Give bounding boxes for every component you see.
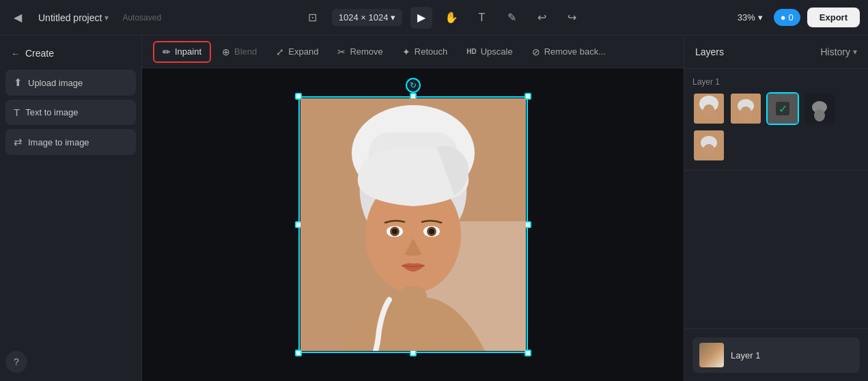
topbar-right: 33% ▾ ● 0 Export (723, 8, 860, 27)
layers-section: Layer 1 ✓ (684, 69, 868, 171)
image-to-image-button[interactable]: ⇄ Image to image (5, 129, 136, 155)
sidebar-spacer (684, 171, 868, 328)
text-to-image-label: Text to image (25, 107, 78, 117)
inpaint-label: Inpaint (175, 46, 201, 57)
remove-icon: ✂ (337, 46, 346, 57)
pen-icon: ✎ (507, 11, 516, 24)
canvas-size-button[interactable]: 1024 × 1024 ▾ (332, 9, 403, 26)
blend-button[interactable]: ⊕ Blend (214, 42, 265, 61)
left-sidebar: ← Create ⬆ Upload image T Text to image … (0, 36, 142, 381)
project-chevron-icon: ▾ (104, 13, 109, 23)
inpaint-button[interactable]: ✏ Inpaint (153, 41, 211, 63)
text-tool-button[interactable]: T (471, 7, 492, 29)
svg-point-31 (814, 109, 825, 122)
help-icon: ? (14, 356, 19, 367)
rotate-handle[interactable]: ↻ (406, 78, 421, 93)
retouch-icon: ✦ (402, 46, 410, 57)
pen-tool-button[interactable]: ✎ (501, 7, 522, 29)
upload-icon: ⬆ (14, 76, 23, 89)
credits-icon: ● (781, 12, 786, 23)
canvas-wrapper[interactable]: ↻ (142, 68, 684, 381)
credits-count: 0 (789, 12, 794, 23)
layer-thumb-4[interactable] (803, 92, 836, 125)
img2img-label: Image to image (28, 137, 89, 147)
remove-bg-button[interactable]: ⊘ Remove back... (524, 42, 614, 61)
play-button[interactable]: ▶ (410, 7, 432, 29)
text-icon: T (478, 12, 485, 24)
redo-icon: ↪ (568, 11, 576, 24)
upscale-icon: HD (466, 48, 476, 55)
canvas-size-chevron-icon: ▾ (391, 12, 395, 23)
layer-thumb-3[interactable]: ✓ (766, 92, 799, 125)
upload-label: Upload image (28, 78, 83, 88)
project-name-button[interactable]: Untitled project ▾ (33, 10, 114, 26)
layer-row-thumb (699, 343, 724, 367)
removebg-icon: ⊘ (532, 46, 540, 57)
inpaint-icon: ✏ (163, 46, 171, 57)
help-button[interactable]: ? (5, 351, 27, 373)
layer-thumbnails: ✓ (692, 92, 860, 162)
svg-point-9 (392, 229, 397, 234)
autosaved-label: Autosaved (122, 13, 161, 23)
sidebar-tabs: Layers (695, 44, 724, 60)
retouch-label: Retouch (415, 46, 447, 57)
expand-button[interactable]: ⤢ Expand (268, 42, 326, 61)
export-button[interactable]: Export (807, 8, 860, 27)
svg-point-22 (703, 104, 715, 119)
zoom-button[interactable]: 33% ▾ (733, 10, 767, 25)
back-icon: ◀ (14, 11, 22, 24)
right-sidebar: Layers History ▾ Layer 1 (684, 36, 868, 381)
layer1-label: Layer 1 (692, 77, 860, 87)
svg-text:✓: ✓ (779, 103, 787, 115)
svg-point-12 (429, 229, 434, 234)
upscale-label: Upscale (481, 46, 513, 57)
remove-button[interactable]: ✂ Remove (329, 42, 391, 61)
undo-button[interactable]: ↩ (531, 7, 552, 29)
undo-icon: ↩ (537, 11, 546, 24)
thumb-inner-1 (694, 94, 724, 124)
topbar-left: ◀ Untitled project ▾ Autosaved (8, 8, 161, 27)
svg-point-34 (703, 144, 715, 158)
text-to-image-button[interactable]: T Text to image (5, 100, 136, 125)
zoom-label: 33% (738, 12, 755, 23)
tab-history[interactable]: History ▾ (820, 46, 857, 57)
upscale-button[interactable]: HD Upscale (458, 42, 520, 61)
blend-label: Blend (234, 46, 257, 57)
expand-icon: ⤢ (276, 46, 284, 57)
history-chevron-icon: ▾ (853, 47, 857, 57)
export-label: Export (820, 12, 848, 23)
layer-thumb-1[interactable] (692, 92, 725, 125)
expand-label: Expand (288, 46, 318, 57)
retouch-button[interactable]: ✦ Retouch (394, 42, 456, 61)
removebg-label: Remove back... (544, 46, 606, 57)
credits-button[interactable]: ● 0 (774, 9, 800, 26)
back-button[interactable]: ◀ (8, 8, 27, 27)
thumb-inner-4 (804, 94, 835, 124)
thumb-inner-3: ✓ (768, 94, 798, 124)
remove-label: Remove (350, 46, 382, 57)
bottom-layer-panel: Layer 1 (684, 328, 868, 381)
layer-row[interactable]: Layer 1 (692, 337, 860, 373)
topbar-center: ⊡ 1024 × 1024 ▾ ▶ ✋ T ✎ ↩ ↪ (167, 7, 718, 29)
fit-canvas-button[interactable]: ⊡ (302, 7, 324, 29)
main-content: ← Create ⬆ Upload image T Text to image … (0, 36, 868, 381)
hand-icon: ✋ (445, 11, 458, 24)
upload-image-button[interactable]: ⬆ Upload image (5, 70, 136, 96)
svg-point-25 (740, 107, 752, 122)
fit-icon: ⊡ (308, 11, 317, 24)
layer-thumb-5[interactable] (692, 129, 725, 162)
create-label: Create (25, 48, 54, 59)
tab-layers[interactable]: Layers (695, 44, 724, 60)
project-title: Untitled project (38, 12, 102, 23)
thumb-inner-5 (694, 130, 724, 160)
canvas-image-container[interactable]: ↻ (300, 98, 526, 351)
history-tab-label: History (820, 46, 850, 57)
toolbar: ✏ Inpaint ⊕ Blend ⤢ Expand ✂ Remove ✦ Re… (142, 36, 684, 68)
layer-thumb-2[interactable] (729, 92, 762, 125)
canvas-size-label: 1024 × 1024 (339, 12, 389, 23)
hand-tool-button[interactable]: ✋ (440, 7, 462, 29)
canvas-area: ✏ Inpaint ⊕ Blend ⤢ Expand ✂ Remove ✦ Re… (142, 36, 684, 381)
thumb-inner-2 (731, 94, 761, 124)
create-header: ← Create (5, 44, 136, 63)
redo-button[interactable]: ↪ (561, 7, 583, 29)
